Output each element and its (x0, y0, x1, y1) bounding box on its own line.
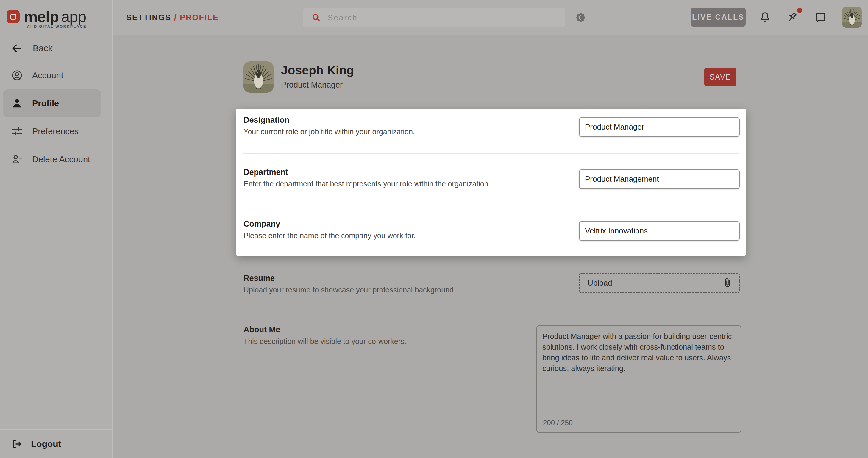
page-user-name: Joseph King (281, 64, 354, 77)
about-me-description: This description will be visible to your… (244, 337, 406, 346)
department-description: Enter the department that best represent… (244, 180, 491, 188)
app-window: melpapp — AI DIGITAL WORKPLACE — Back Ac… (0, 0, 868, 458)
department-input[interactable] (579, 170, 740, 189)
row-divider (244, 209, 739, 209)
company-input[interactable] (579, 221, 740, 241)
paperclip-icon (721, 277, 734, 289)
back-button[interactable]: Back (0, 39, 112, 57)
department-label: Department (244, 167, 288, 177)
character-counter: 200 / 250 (543, 419, 573, 427)
melp-logo-icon (6, 10, 20, 23)
topbar: SETTINGS / PROFILE (113, 0, 868, 35)
notification-dot (797, 8, 802, 13)
search-icon (311, 12, 321, 23)
delete-account-icon (11, 153, 23, 165)
sidebar-item-delete-account[interactable]: Delete Account (0, 145, 112, 173)
resume-description: Upload your resume to showcase your prof… (244, 285, 456, 294)
logout-label: Logout (31, 439, 61, 449)
account-icon (11, 69, 23, 82)
bell-icon[interactable] (758, 11, 772, 24)
preferences-icon (11, 125, 23, 138)
chat-icon[interactable] (814, 11, 827, 24)
section-divider (244, 310, 739, 310)
main-area: SETTINGS / PROFILE (113, 0, 868, 458)
pushpin-icon[interactable] (786, 11, 799, 24)
back-arrow-icon (11, 42, 23, 54)
live-calls-button[interactable]: LIVE CALLS (691, 8, 746, 27)
sidebar-item-preferences[interactable]: Preferences (0, 117, 112, 145)
app-tagline: — AI DIGITAL WORKPLACE — (21, 24, 81, 29)
sidebar-item-label: Profile (32, 98, 59, 109)
resume-upload-button[interactable]: Upload (579, 273, 740, 293)
profile-form-card: Designation Your current role or job tit… (236, 109, 746, 255)
company-description: Please enter the name of the company you… (244, 232, 415, 240)
row-divider (244, 153, 739, 154)
user-avatar[interactable] (842, 6, 862, 28)
about-me-textarea[interactable]: Product Manager with a passion for build… (536, 326, 741, 433)
content-area: Joseph King Product Manager SAVE Designa… (113, 35, 868, 458)
sidebar-item-label: Preferences (32, 127, 79, 136)
breadcrumb-profile: / PROFILE (174, 13, 219, 22)
company-label: Company (244, 219, 280, 229)
about-me-label: About Me (244, 325, 280, 334)
sidebar: melpapp — AI DIGITAL WORKPLACE — Back Ac… (0, 0, 113, 458)
app-logo[interactable]: melpapp (6, 8, 86, 26)
breadcrumb: SETTINGS / PROFILE (126, 0, 219, 35)
search-input[interactable] (328, 13, 565, 22)
upload-label: Upload (588, 278, 721, 288)
sidebar-item-account[interactable]: Account (0, 61, 112, 89)
save-button[interactable]: SAVE (704, 68, 737, 86)
theme-toggle-icon[interactable] (575, 11, 587, 24)
profile-icon (11, 97, 23, 110)
resume-label: Resume (244, 274, 275, 283)
sidebar-item-label: Delete Account (32, 155, 90, 164)
sidebar-nav: Account Profile Preferences Delete Accou… (0, 61, 112, 173)
page-user-role: Product Manager (281, 81, 343, 90)
sidebar-item-label: Account (32, 70, 63, 81)
logout-button[interactable]: Logout (0, 429, 112, 458)
designation-input[interactable] (579, 117, 740, 137)
search-box (303, 8, 565, 27)
designation-description: Your current role or job title within yo… (244, 127, 415, 136)
back-label: Back (33, 43, 53, 53)
designation-label: Designation (244, 116, 290, 125)
breadcrumb-settings[interactable]: SETTINGS (126, 13, 171, 22)
app-logo-text: melpapp (24, 8, 86, 26)
logout-icon (11, 438, 23, 450)
profile-avatar[interactable] (244, 61, 274, 93)
sidebar-item-profile[interactable]: Profile (3, 89, 101, 117)
